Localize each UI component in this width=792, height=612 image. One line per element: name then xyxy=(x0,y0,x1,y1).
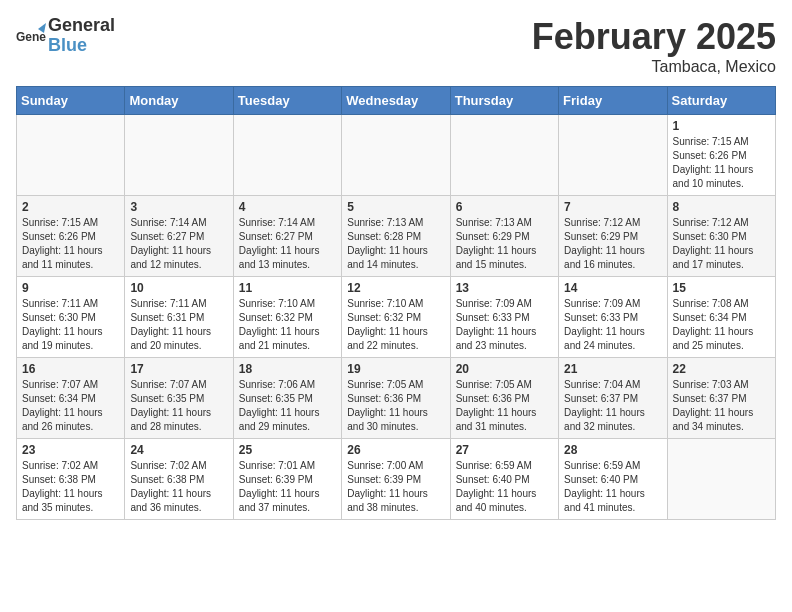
weekday-header-cell: Saturday xyxy=(667,87,775,115)
day-number: 6 xyxy=(456,200,553,214)
day-content: Sunrise: 7:15 AM Sunset: 6:26 PM Dayligh… xyxy=(673,135,770,191)
day-number: 5 xyxy=(347,200,444,214)
calendar-week-row: 16Sunrise: 7:07 AM Sunset: 6:34 PM Dayli… xyxy=(17,358,776,439)
day-number: 14 xyxy=(564,281,661,295)
day-content: Sunrise: 7:14 AM Sunset: 6:27 PM Dayligh… xyxy=(239,216,336,272)
calendar-week-row: 23Sunrise: 7:02 AM Sunset: 6:38 PM Dayli… xyxy=(17,439,776,520)
calendar-cell xyxy=(233,115,341,196)
day-number: 4 xyxy=(239,200,336,214)
calendar-cell: 24Sunrise: 7:02 AM Sunset: 6:38 PM Dayli… xyxy=(125,439,233,520)
day-number: 16 xyxy=(22,362,119,376)
day-number: 3 xyxy=(130,200,227,214)
day-content: Sunrise: 7:07 AM Sunset: 6:34 PM Dayligh… xyxy=(22,378,119,434)
calendar-week-row: 9Sunrise: 7:11 AM Sunset: 6:30 PM Daylig… xyxy=(17,277,776,358)
calendar-cell: 4Sunrise: 7:14 AM Sunset: 6:27 PM Daylig… xyxy=(233,196,341,277)
day-number: 20 xyxy=(456,362,553,376)
svg-text:General: General xyxy=(16,30,46,44)
day-content: Sunrise: 7:02 AM Sunset: 6:38 PM Dayligh… xyxy=(130,459,227,515)
day-content: Sunrise: 7:06 AM Sunset: 6:35 PM Dayligh… xyxy=(239,378,336,434)
day-number: 22 xyxy=(673,362,770,376)
day-content: Sunrise: 6:59 AM Sunset: 6:40 PM Dayligh… xyxy=(564,459,661,515)
day-content: Sunrise: 7:10 AM Sunset: 6:32 PM Dayligh… xyxy=(347,297,444,353)
day-content: Sunrise: 7:10 AM Sunset: 6:32 PM Dayligh… xyxy=(239,297,336,353)
calendar-cell: 20Sunrise: 7:05 AM Sunset: 6:36 PM Dayli… xyxy=(450,358,558,439)
day-content: Sunrise: 7:02 AM Sunset: 6:38 PM Dayligh… xyxy=(22,459,119,515)
day-content: Sunrise: 7:00 AM Sunset: 6:39 PM Dayligh… xyxy=(347,459,444,515)
calendar-cell: 10Sunrise: 7:11 AM Sunset: 6:31 PM Dayli… xyxy=(125,277,233,358)
day-number: 24 xyxy=(130,443,227,457)
calendar-cell: 25Sunrise: 7:01 AM Sunset: 6:39 PM Dayli… xyxy=(233,439,341,520)
day-number: 10 xyxy=(130,281,227,295)
day-number: 12 xyxy=(347,281,444,295)
logo: General General Blue xyxy=(16,16,115,56)
day-content: Sunrise: 7:05 AM Sunset: 6:36 PM Dayligh… xyxy=(347,378,444,434)
calendar-cell: 5Sunrise: 7:13 AM Sunset: 6:28 PM Daylig… xyxy=(342,196,450,277)
day-number: 11 xyxy=(239,281,336,295)
day-number: 21 xyxy=(564,362,661,376)
calendar-cell: 18Sunrise: 7:06 AM Sunset: 6:35 PM Dayli… xyxy=(233,358,341,439)
day-number: 26 xyxy=(347,443,444,457)
day-number: 18 xyxy=(239,362,336,376)
day-content: Sunrise: 7:08 AM Sunset: 6:34 PM Dayligh… xyxy=(673,297,770,353)
weekday-header-cell: Thursday xyxy=(450,87,558,115)
calendar-cell: 1Sunrise: 7:15 AM Sunset: 6:26 PM Daylig… xyxy=(667,115,775,196)
calendar-cell: 22Sunrise: 7:03 AM Sunset: 6:37 PM Dayli… xyxy=(667,358,775,439)
day-content: Sunrise: 7:03 AM Sunset: 6:37 PM Dayligh… xyxy=(673,378,770,434)
calendar-cell xyxy=(450,115,558,196)
logo-icon: General xyxy=(16,21,46,51)
weekday-header-cell: Sunday xyxy=(17,87,125,115)
page-header: General General Blue February 2025 Tamba… xyxy=(16,16,776,76)
day-number: 25 xyxy=(239,443,336,457)
calendar-cell xyxy=(667,439,775,520)
day-number: 27 xyxy=(456,443,553,457)
calendar-cell: 16Sunrise: 7:07 AM Sunset: 6:34 PM Dayli… xyxy=(17,358,125,439)
weekday-header-cell: Tuesday xyxy=(233,87,341,115)
month-title: February 2025 xyxy=(532,16,776,58)
logo-line2: Blue xyxy=(48,36,115,56)
day-number: 2 xyxy=(22,200,119,214)
calendar-cell: 28Sunrise: 6:59 AM Sunset: 6:40 PM Dayli… xyxy=(559,439,667,520)
calendar-cell xyxy=(17,115,125,196)
day-content: Sunrise: 7:01 AM Sunset: 6:39 PM Dayligh… xyxy=(239,459,336,515)
calendar-cell: 12Sunrise: 7:10 AM Sunset: 6:32 PM Dayli… xyxy=(342,277,450,358)
calendar-cell: 3Sunrise: 7:14 AM Sunset: 6:27 PM Daylig… xyxy=(125,196,233,277)
calendar-cell: 9Sunrise: 7:11 AM Sunset: 6:30 PM Daylig… xyxy=(17,277,125,358)
calendar-body: 1Sunrise: 7:15 AM Sunset: 6:26 PM Daylig… xyxy=(17,115,776,520)
day-content: Sunrise: 7:07 AM Sunset: 6:35 PM Dayligh… xyxy=(130,378,227,434)
calendar-week-row: 1Sunrise: 7:15 AM Sunset: 6:26 PM Daylig… xyxy=(17,115,776,196)
day-number: 28 xyxy=(564,443,661,457)
calendar-cell: 13Sunrise: 7:09 AM Sunset: 6:33 PM Dayli… xyxy=(450,277,558,358)
calendar-cell xyxy=(342,115,450,196)
weekday-header-cell: Friday xyxy=(559,87,667,115)
day-content: Sunrise: 7:14 AM Sunset: 6:27 PM Dayligh… xyxy=(130,216,227,272)
day-content: Sunrise: 7:12 AM Sunset: 6:30 PM Dayligh… xyxy=(673,216,770,272)
location: Tambaca, Mexico xyxy=(532,58,776,76)
calendar-cell: 27Sunrise: 6:59 AM Sunset: 6:40 PM Dayli… xyxy=(450,439,558,520)
calendar-cell: 17Sunrise: 7:07 AM Sunset: 6:35 PM Dayli… xyxy=(125,358,233,439)
calendar-cell xyxy=(125,115,233,196)
day-number: 7 xyxy=(564,200,661,214)
weekday-header-cell: Monday xyxy=(125,87,233,115)
day-number: 1 xyxy=(673,119,770,133)
day-content: Sunrise: 6:59 AM Sunset: 6:40 PM Dayligh… xyxy=(456,459,553,515)
calendar-cell: 6Sunrise: 7:13 AM Sunset: 6:29 PM Daylig… xyxy=(450,196,558,277)
day-content: Sunrise: 7:11 AM Sunset: 6:31 PM Dayligh… xyxy=(130,297,227,353)
day-number: 8 xyxy=(673,200,770,214)
calendar-cell: 26Sunrise: 7:00 AM Sunset: 6:39 PM Dayli… xyxy=(342,439,450,520)
calendar-cell: 11Sunrise: 7:10 AM Sunset: 6:32 PM Dayli… xyxy=(233,277,341,358)
calendar-cell: 2Sunrise: 7:15 AM Sunset: 6:26 PM Daylig… xyxy=(17,196,125,277)
day-content: Sunrise: 7:13 AM Sunset: 6:29 PM Dayligh… xyxy=(456,216,553,272)
day-number: 9 xyxy=(22,281,119,295)
day-number: 19 xyxy=(347,362,444,376)
calendar-cell: 15Sunrise: 7:08 AM Sunset: 6:34 PM Dayli… xyxy=(667,277,775,358)
calendar-cell: 14Sunrise: 7:09 AM Sunset: 6:33 PM Dayli… xyxy=(559,277,667,358)
day-content: Sunrise: 7:11 AM Sunset: 6:30 PM Dayligh… xyxy=(22,297,119,353)
day-content: Sunrise: 7:15 AM Sunset: 6:26 PM Dayligh… xyxy=(22,216,119,272)
day-content: Sunrise: 7:12 AM Sunset: 6:29 PM Dayligh… xyxy=(564,216,661,272)
calendar-cell: 21Sunrise: 7:04 AM Sunset: 6:37 PM Dayli… xyxy=(559,358,667,439)
calendar-cell xyxy=(559,115,667,196)
weekday-header-row: SundayMondayTuesdayWednesdayThursdayFrid… xyxy=(17,87,776,115)
day-content: Sunrise: 7:13 AM Sunset: 6:28 PM Dayligh… xyxy=(347,216,444,272)
calendar-cell: 7Sunrise: 7:12 AM Sunset: 6:29 PM Daylig… xyxy=(559,196,667,277)
calendar-table: SundayMondayTuesdayWednesdayThursdayFrid… xyxy=(16,86,776,520)
